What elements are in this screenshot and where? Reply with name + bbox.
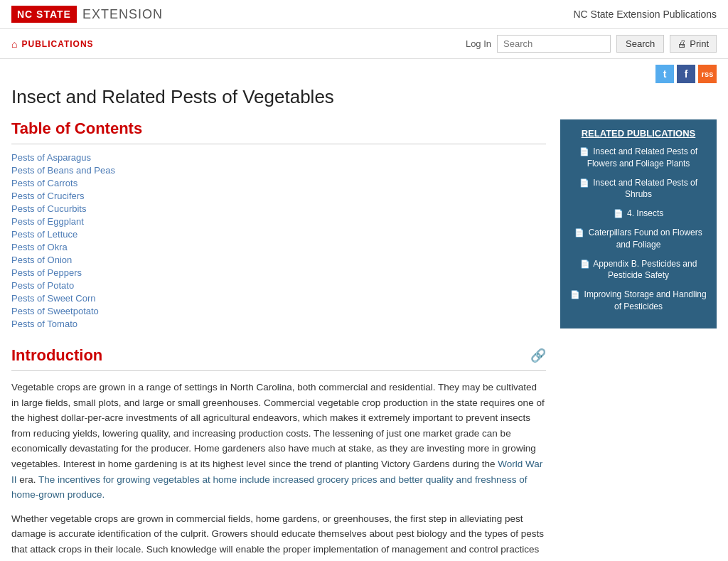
toc-link-beans[interactable]: Pests of Beans and Peas — [11, 165, 115, 176]
list-item: Pests of Sweetpotato — [11, 305, 546, 316]
list-item: Pests of Asparagus — [11, 151, 546, 163]
top-header: NC STATE EXTENSION NC State Extension Pu… — [0, 0, 728, 29]
site-title: NC State Extension Publications — [573, 9, 717, 20]
nc-state-badge: NC STATE — [11, 6, 77, 23]
related-links-list: 📄 Insect and Related Pests of Flowers an… — [569, 146, 708, 313]
facebook-icon[interactable]: f — [677, 65, 695, 83]
list-item: Pests of Onion — [11, 254, 546, 265]
content-with-sidebar: Table of Contents Pests of Asparagus Pes… — [0, 119, 728, 561]
toc-links: Pests of Asparagus Pests of Beans and Pe… — [11, 151, 546, 329]
toc-link-potato[interactable]: Pests of Potato — [11, 280, 74, 291]
anchor-link-icon[interactable]: 🔗 — [530, 348, 546, 363]
nav-bar: ⌂ PUBLICATIONS Log In Search 🖨 Print — [0, 29, 728, 59]
list-item: Pests of Carrots — [11, 177, 546, 188]
toc-link-okra[interactable]: Pests of Okra — [11, 242, 68, 252]
toc-link-carrots[interactable]: Pests of Carrots — [11, 178, 77, 188]
publications-link[interactable]: PUBLICATIONS — [21, 39, 93, 49]
list-item: Pests of Okra — [11, 241, 546, 252]
intro-paragraph-2: Whether vegetable crops are grown in com… — [11, 511, 546, 561]
right-sidebar: RELATED PUBLICATIONS 📄 Insect and Relate… — [560, 119, 717, 561]
list-item: Pests of Cucurbits — [11, 203, 546, 214]
social-icons-area: t f rss — [0, 59, 728, 86]
toc-link-lettuce[interactable]: Pests of Lettuce — [11, 229, 77, 240]
toc-link-onion[interactable]: Pests of Onion — [11, 255, 72, 265]
toc-section: Table of Contents Pests of Asparagus Pes… — [11, 119, 546, 329]
toc-link-asparagus[interactable]: Pests of Asparagus — [11, 152, 91, 163]
list-item: Pests of Beans and Peas — [11, 164, 546, 176]
intro-paragraph-1: Vegetable crops are grown in a range of … — [11, 380, 546, 503]
toc-divider — [11, 144, 546, 144]
printer-icon: 🖨 — [678, 38, 687, 49]
list-item: Pests of Peppers — [11, 267, 546, 278]
toc-link-tomato[interactable]: Pests of Tomato — [11, 319, 77, 329]
list-item: 📄 4. Insects — [569, 208, 708, 220]
toc-link-peppers[interactable]: Pests of Peppers — [11, 267, 82, 278]
related-link-caterpillars[interactable]: Caterpillars Found on Flowers and Foliag… — [589, 228, 702, 250]
list-item: Pests of Potato — [11, 279, 546, 291]
list-item: Pests of Sweet Corn — [11, 292, 546, 304]
related-link-insects[interactable]: 4. Insects — [627, 208, 663, 218]
rss-icon[interactable]: rss — [698, 65, 717, 83]
toc-link-sweetpotato[interactable]: Pests of Sweetpotato — [11, 306, 99, 316]
list-item: 📄 Appendix B. Pesticides and Pesticide S… — [569, 258, 708, 282]
document-icon: 📄 — [570, 290, 580, 299]
print-button[interactable]: 🖨 Print — [670, 35, 717, 53]
related-publications-panel: RELATED PUBLICATIONS 📄 Insect and Relate… — [560, 119, 717, 328]
toc-link-eggplant[interactable]: Pests of Eggplant — [11, 216, 84, 227]
list-item: Pests of Crucifers — [11, 190, 546, 201]
search-button[interactable]: Search — [616, 35, 664, 53]
home-icon[interactable]: ⌂ — [11, 38, 17, 50]
toc-link-cucurbits[interactable]: Pests of Cucurbits — [11, 203, 87, 214]
document-icon: 📄 — [574, 228, 584, 237]
search-input[interactable] — [497, 35, 611, 53]
extension-text: EXTENSION — [82, 7, 163, 22]
list-item: 📄 Caterpillars Found on Flowers and Foli… — [569, 227, 708, 251]
list-item: Pests of Tomato — [11, 318, 546, 329]
logo-area: NC STATE EXTENSION — [11, 6, 163, 23]
related-link-storage[interactable]: Improving Storage and Handling of Pestic… — [584, 289, 707, 311]
list-item: 📄 Improving Storage and Handling of Pest… — [569, 289, 708, 313]
intro-section: Introduction 🔗 Vegetable crops are grown… — [11, 346, 546, 561]
twitter-icon[interactable]: t — [655, 65, 674, 83]
toc-link-sweetcorn[interactable]: Pests of Sweet Corn — [11, 293, 96, 304]
document-icon: 📄 — [614, 209, 623, 218]
nav-right: Log In Search 🖨 Print — [466, 35, 717, 53]
page-title: Insect and Related Pests of Vegetables — [11, 86, 717, 108]
related-link-flowers[interactable]: Insect and Related Pests of Flowers and … — [587, 146, 697, 169]
related-link-shrubs[interactable]: Insect and Related Pests of Shrubs — [593, 178, 697, 200]
document-icon: 📄 — [580, 260, 590, 268]
intro-divider — [11, 370, 546, 371]
list-item: 📄 Insect and Related Pests of Flowers an… — [569, 146, 708, 170]
toc-heading: Table of Contents — [11, 119, 546, 138]
related-publications-heading: RELATED PUBLICATIONS — [569, 128, 708, 139]
document-icon: 📄 — [579, 178, 589, 187]
related-link-pesticides[interactable]: Appendix B. Pesticides and Pesticide Saf… — [593, 259, 697, 281]
list-item: 📄 Insect and Related Pests of Shrubs — [569, 177, 708, 201]
list-item: Pests of Eggplant — [11, 215, 546, 227]
document-icon: 📄 — [579, 147, 589, 156]
login-link[interactable]: Log In — [466, 38, 491, 49]
list-item: Pests of Lettuce — [11, 228, 546, 240]
toc-link-crucifers[interactable]: Pests of Crucifers — [11, 191, 85, 201]
intro-header: Introduction 🔗 — [11, 346, 546, 365]
nav-left: ⌂ PUBLICATIONS — [11, 38, 94, 50]
left-content: Table of Contents Pests of Asparagus Pes… — [11, 119, 546, 561]
intro-heading: Introduction — [11, 346, 102, 365]
